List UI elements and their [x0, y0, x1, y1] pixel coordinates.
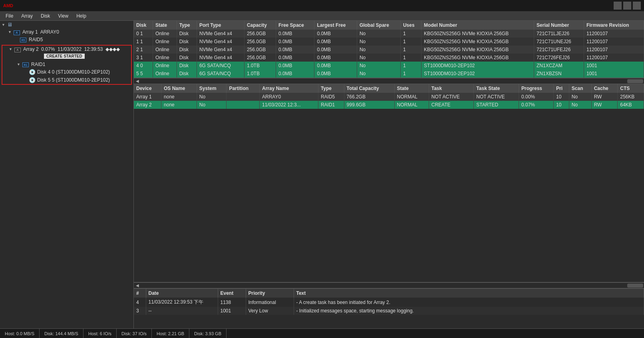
- array-cell: ARRAY0: [259, 93, 318, 101]
- menu-bar: File Array Disk View Help: [0, 11, 644, 21]
- scroll-handle2[interactable]: [627, 284, 643, 288]
- menu-file[interactable]: File: [2, 12, 17, 20]
- array-table-container: Device OS Name System Partition Array Na…: [134, 84, 644, 283]
- col-task: Task: [429, 84, 474, 93]
- scroll-handle[interactable]: [627, 79, 643, 83]
- disk-cell: 1.0TB: [244, 62, 276, 70]
- disk-cell: No: [357, 70, 400, 78]
- restore-button[interactable]: [623, 2, 631, 10]
- disk-cell: 0.0MB: [276, 54, 314, 62]
- disk-table-row[interactable]: 4 0OnlineDisk6G SATA/NCQ1.0TB0.0MB0.0MBN…: [134, 62, 644, 70]
- tree-array1[interactable]: ▼ A Array 1 ARRAY0: [0, 28, 133, 36]
- disk-cell: 256.0GB: [244, 54, 276, 62]
- log-table-row[interactable]: 3--1001Very Low- Initialized messages sp…: [134, 307, 644, 315]
- tree-raid1[interactable]: ▼ R1 RAID1: [2, 61, 131, 68]
- disk-cell: 1: [400, 62, 421, 70]
- tree-disk55[interactable]: 💿 Disk 5 5 (ST1000DM010-2EP102): [2, 76, 131, 84]
- array-table-row[interactable]: Array 1noneNoARRAY0RAID5766.2GBNORMALNOT…: [134, 93, 644, 101]
- disk-cell: 1001: [584, 62, 644, 70]
- disk-cell: ZN1XBZSN: [534, 70, 584, 78]
- disk-cell: Disk: [177, 70, 197, 78]
- menu-array[interactable]: Array: [17, 12, 37, 20]
- col-device: Device: [134, 84, 161, 93]
- title-bar: AMD: [0, 0, 644, 11]
- menu-help[interactable]: Help: [72, 12, 90, 20]
- expand-arrow-raid5: [14, 38, 18, 42]
- disk-cell: 1: [400, 30, 421, 38]
- disk-cell: 0 1: [134, 30, 153, 38]
- expand-arrow-raid1: ▼: [17, 62, 21, 66]
- menu-view[interactable]: View: [54, 12, 72, 20]
- status-segment: Disk: 144.4 MB/S: [40, 329, 83, 338]
- array2-icon: A: [14, 46, 22, 52]
- scroll-left-arrow2[interactable]: ◀: [135, 283, 140, 288]
- array-cell: RAID1: [318, 101, 344, 109]
- disk-table-container: Disk State Type Port Type Capacity Free …: [134, 21, 644, 78]
- disk-cell: Online: [153, 30, 177, 38]
- log-panel: # Date Event Priority Text 411/03/2022 1…: [134, 288, 644, 328]
- array-table-header: Device OS Name System Partition Array Na…: [134, 84, 644, 93]
- menu-disk[interactable]: Disk: [37, 12, 54, 20]
- log-table-row[interactable]: 411/03/2022 12:39:53 下午1138Informational…: [134, 298, 644, 307]
- disk-cell: No: [357, 30, 400, 38]
- minimize-button[interactable]: [614, 2, 622, 10]
- array-table-scrollbar[interactable]: ◀: [134, 283, 644, 288]
- col-capacity: Capacity: [244, 21, 276, 30]
- disk-cell: 0.0MB: [314, 30, 357, 38]
- tree-host[interactable]: ▼ 🖥: [0, 21, 133, 28]
- status-segment: Disk: 3.93 GB: [189, 329, 227, 338]
- disk-cell: KBG50ZNS256G NVMe KIOXIA 256GB: [421, 54, 534, 62]
- col-progress: Progress: [519, 84, 553, 93]
- expand-arrow-array1: ▼: [8, 30, 12, 34]
- disk-table-row[interactable]: 5 5OnlineDisk6G SATA/NCQ1.0TB0.0MB0.0MBN…: [134, 70, 644, 78]
- disk-cell: 0.0MB: [314, 70, 357, 78]
- disk-table-row[interactable]: 3 1OnlineDiskNVMe Gen4 x4256.0GB0.0MB0.0…: [134, 54, 644, 62]
- disk-cell: 11200107: [584, 54, 644, 62]
- disk-cell: Disk: [177, 46, 197, 54]
- disk-cell: 0.0MB: [276, 70, 314, 78]
- disk-table-row[interactable]: 0 1OnlineDiskNVMe Gen4 x4256.0GB0.0MB0.0…: [134, 30, 644, 38]
- col-uses: Uses: [400, 21, 421, 30]
- col-port-type: Port Type: [197, 21, 244, 30]
- log-cell: 1001: [218, 307, 246, 315]
- disk-table-scrollbar[interactable]: ◀: [134, 78, 644, 84]
- col-state: State: [153, 21, 177, 30]
- expand-arrow-array2: ▼: [9, 47, 13, 51]
- tree-raid5[interactable]: R5 RAID5: [0, 36, 133, 44]
- disk55-icon: 💿: [29, 77, 36, 83]
- array-cell: NORMAL: [394, 101, 429, 109]
- expand-arrow-disk40: [23, 70, 27, 74]
- disk-cell: 3 1: [134, 54, 153, 62]
- scroll-left-arrow[interactable]: ◀: [135, 79, 140, 84]
- disk-cell: Disk: [177, 38, 197, 46]
- expand-arrow-disk55: [23, 78, 27, 82]
- array-cell: Array 2: [134, 101, 161, 109]
- disk-cell: 0.0MB: [276, 62, 314, 70]
- status-segment: Host: 0.0 MB/S: [0, 329, 40, 338]
- log-cell: 11/03/2022 12:39:53 下午: [146, 298, 218, 307]
- disk-table-row[interactable]: 1 1OnlineDiskNVMe Gen4 x4256.0GB0.0MB0.0…: [134, 38, 644, 46]
- tree-array2[interactable]: ▼ A Array 2 0.07% 11/03/2022 12:39:53 ◆◆…: [2, 46, 131, 53]
- log-table-body: 411/03/2022 12:39:53 下午1138Informational…: [134, 298, 644, 315]
- disk-cell: No: [357, 62, 400, 70]
- array-cell: 10: [554, 101, 569, 109]
- array-cell: 64KB: [618, 101, 644, 109]
- log-cell: Informational: [246, 298, 294, 307]
- col-cts: CTS: [618, 84, 644, 93]
- array-cell: NOT ACTIVE: [429, 93, 474, 101]
- array-cell: No: [569, 101, 591, 109]
- col-serial: Serial Number: [534, 21, 584, 30]
- status-segment: Host: 6 IO/s: [83, 329, 117, 338]
- disk-cell: Disk: [177, 30, 197, 38]
- tree-disk40[interactable]: 💿 Disk 4 0 (ST1000DM010-2EP102): [2, 68, 131, 76]
- disk-cell: 721C726FEJ26: [534, 54, 584, 62]
- raid5-label: RAID5: [29, 37, 43, 42]
- disk-cell: 1: [400, 38, 421, 46]
- disk-cell: 6G SATA/NCQ: [197, 62, 244, 70]
- array-cell: none: [161, 101, 197, 109]
- col-arr-type: Type: [318, 84, 344, 93]
- close-button[interactable]: [633, 2, 641, 10]
- main-area: ▼ 🖥 ▼ A Array 1 ARRAY0 R5 RAID5 ▼ A Arra…: [0, 21, 644, 328]
- disk-table-row[interactable]: 2 1OnlineDiskNVMe Gen4 x4256.0GB0.0MB0.0…: [134, 46, 644, 54]
- array-table-row[interactable]: Array 2noneNo11/03/2022 12:3...RAID1999.…: [134, 101, 644, 109]
